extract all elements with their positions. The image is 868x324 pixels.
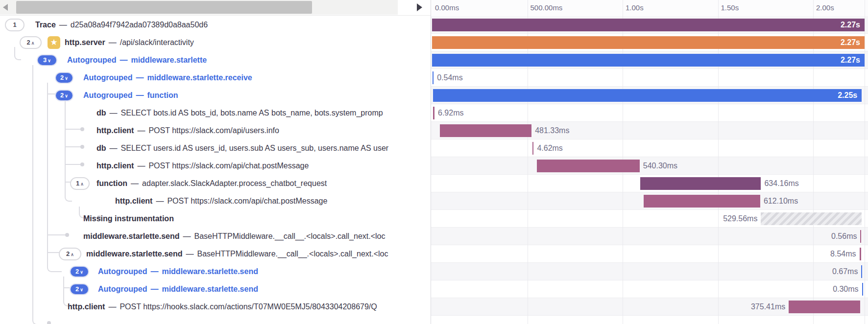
- separator: —: [110, 109, 118, 117]
- separator: —: [186, 250, 194, 258]
- collapse-badge[interactable]: 2∧: [20, 36, 42, 49]
- span-bar[interactable]: 2.27s: [432, 54, 865, 67]
- expand-badge[interactable]: 3∨: [37, 54, 57, 66]
- tree-row-missing-instrumentation[interactable]: Missing instrumentation: [0, 210, 431, 228]
- tree-row-autogrouped-send-1[interactable]: 2∨ Autogrouped—middleware.starlette.send: [0, 263, 431, 280]
- tree-row-trace[interactable]: 1 Trace—d25a08a94f7942ada07389d0a8aa50d6: [0, 16, 431, 34]
- badge-count: 2: [27, 34, 30, 51]
- span-bar[interactable]: [644, 195, 760, 208]
- span-bar[interactable]: [537, 160, 640, 172]
- badge-count: 1: [76, 175, 79, 192]
- tree-row-db-users[interactable]: db—SELECT users.id AS users_id, users.su…: [0, 139, 431, 157]
- chevron-down-icon: ∨: [80, 263, 83, 280]
- duration-label: 0.30ms: [833, 283, 858, 296]
- expand-badge[interactable]: 2∨: [55, 90, 73, 101]
- duration-label: 0.67ms: [832, 265, 858, 278]
- separator: —: [120, 56, 127, 64]
- span-bar-missing-instrumentation[interactable]: [761, 212, 862, 225]
- scroll-right-icon[interactable]: [417, 3, 422, 11]
- span-row: 0.54ms: [431, 69, 868, 87]
- span-bar[interactable]: [440, 124, 531, 137]
- tree-row-function-process-chatbot[interactable]: 1∧ function—adapter.slack.SlackAdapter.p…: [0, 175, 431, 192]
- span-row: 375.41ms: [431, 298, 868, 316]
- child-count-badge[interactable]: 1: [5, 19, 24, 31]
- duration-label: 8.54ms: [830, 248, 856, 260]
- collapse-badge[interactable]: 1∧: [70, 177, 90, 190]
- tree-row-middleware-send-2[interactable]: 2∧ middleware.starlette.send—BaseHTTPMid…: [0, 245, 431, 263]
- duration-label: 0.54ms: [437, 71, 462, 84]
- separator: —: [109, 38, 117, 46]
- timeline-tick-label: 0.00ms: [435, 0, 459, 16]
- timeline-rows: 2.27s 2.27s 2.27s 0.54ms 2.25s 6.92ms 48…: [431, 16, 868, 316]
- badge-count: 2: [75, 263, 79, 280]
- expand-badge[interactable]: 2∨: [55, 72, 73, 84]
- span-row: 8.54ms: [431, 245, 868, 263]
- separator: —: [183, 232, 191, 240]
- trace-viewer: 1 Trace—d25a08a94f7942ada07389d0a8aa50d6…: [0, 0, 868, 324]
- span-name: Autogrouped: [83, 73, 132, 82]
- span-desc: BaseHTTPMiddleware.__call__.<locals>.cal…: [194, 232, 386, 240]
- expand-badge[interactable]: 2∨: [70, 283, 89, 295]
- span-name: db: [96, 144, 106, 152]
- collapse-badge[interactable]: 2∧: [59, 248, 81, 260]
- span-bar[interactable]: [860, 248, 861, 260]
- span-bar[interactable]: [532, 142, 533, 155]
- scroll-left-icon[interactable]: [3, 4, 8, 11]
- span-desc: d25a08a94f7942ada07389d0a8aa50d6: [71, 21, 208, 29]
- timeline-header: 0.00ms 500.00ms 1.00s 1.50s 2.00s: [431, 0, 868, 17]
- span-bar[interactable]: [640, 177, 761, 190]
- timeline-tick-label: 2.00s: [816, 0, 834, 16]
- tree-row-http-hooks[interactable]: http.client—POST https://hooks.slack.com…: [0, 298, 431, 316]
- separator: —: [150, 285, 158, 293]
- scrollbar-thumb[interactable]: [16, 1, 312, 14]
- timeline-tick-label: 1.50s: [721, 0, 739, 16]
- chevron-up-icon: ∧: [31, 34, 35, 51]
- duration-label: 540.30ms: [643, 160, 677, 172]
- tree-row-autogrouped-receive[interactable]: 2∨ Autogrouped—middleware.starlette.rece…: [0, 69, 431, 87]
- span-desc: POST https://slack.com/api/chat.postMess…: [148, 162, 309, 170]
- timeline-tick-label: 1.00s: [626, 0, 644, 16]
- timeline-panel: 0.00ms 500.00ms 1.00s 1.50s 2.00s 2.27s …: [431, 0, 868, 324]
- span-desc: POST https://slack.com/api/chat.postMess…: [167, 197, 327, 205]
- timeline-tick-label: 500.00ms: [530, 0, 563, 16]
- duration-label: 634.16ms: [764, 177, 798, 190]
- h-scrollbar[interactable]: [0, 0, 431, 16]
- span-bar[interactable]: 2.27s: [432, 36, 865, 49]
- tree-row-autogrouped-function[interactable]: 2∨ Autogrouped—function: [0, 87, 431, 104]
- separator: —: [108, 302, 116, 311]
- span-bar[interactable]: 2.25s: [433, 89, 862, 102]
- expand-badge[interactable]: 2∨: [70, 266, 89, 278]
- tree-row-autogrouped-starlette[interactable]: 3∨ Autogrouped—middleware.starlette: [0, 51, 431, 69]
- separator: —: [137, 126, 145, 135]
- span-bar[interactable]: 2.27s: [432, 19, 865, 31]
- leaf-bullet: [47, 321, 51, 324]
- span-bar[interactable]: [860, 230, 861, 243]
- span-name: db: [96, 109, 106, 117]
- tree-row-db-bots[interactable]: db—SELECT bots.id AS bots_id, bots.name …: [0, 104, 431, 122]
- trace-end-line: [865, 0, 865, 324]
- span-name: Missing instrumentation: [83, 214, 174, 223]
- span-desc: /api/slack/interactivity: [120, 38, 194, 46]
- duration-label: 0.56ms: [831, 230, 857, 243]
- duration-label: 375.41ms: [751, 301, 785, 313]
- tree-row-http-users-info[interactable]: http.client—POST https://slack.com/api/u…: [0, 122, 431, 139]
- span-bar[interactable]: [862, 283, 863, 296]
- tree-row-middleware-send-1[interactable]: middleware.starlette.send—BaseHTTPMiddle…: [0, 228, 431, 245]
- span-bar[interactable]: [433, 71, 434, 84]
- span-bar[interactable]: [789, 301, 860, 313]
- span-tree: 1 Trace—d25a08a94f7942ada07389d0a8aa50d6…: [0, 16, 431, 316]
- duration-label: 2.27s: [841, 54, 860, 67]
- tree-row-http-postmessage-1[interactable]: http.client—POST https://slack.com/api/c…: [0, 157, 431, 175]
- tree-row-autogrouped-send-2[interactable]: 2∨ Autogrouped—middleware.starlette.send: [0, 280, 431, 298]
- span-name: function: [96, 179, 127, 187]
- span-tree-panel: 1 Trace—d25a08a94f7942ada07389d0a8aa50d6…: [0, 0, 431, 324]
- tree-row-http-server[interactable]: 2∧ ★ http.server—/api/slack/interactivit…: [0, 34, 431, 51]
- separator: —: [131, 179, 139, 187]
- chevron-down-icon: ∨: [48, 52, 51, 69]
- span-desc: function: [147, 91, 178, 99]
- span-bar[interactable]: [433, 107, 434, 119]
- span-name: middleware.starlette.send: [83, 232, 180, 240]
- tree-row-http-postmessage-2[interactable]: http.client—POST https://slack.com/api/c…: [0, 192, 431, 210]
- span-bar[interactable]: [861, 265, 862, 278]
- star-icon: ★: [48, 36, 60, 49]
